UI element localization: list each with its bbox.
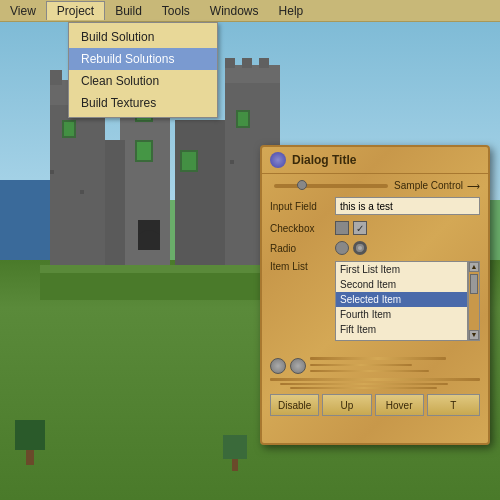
list-item-3[interactable]: Fourth Item [336,307,467,322]
item-list-label: Item List [270,261,335,272]
tree-left [10,420,50,470]
list-item-4[interactable]: Fift Item [336,322,467,337]
dropdown-item-build-textures[interactable]: Build Textures [69,92,217,114]
up-button[interactable]: Up [322,394,371,416]
dialog-icon [270,152,286,168]
radio-row: Radio [270,241,480,255]
dropdown-item-build-solution[interactable]: Build Solution [69,26,217,48]
menu-windows[interactable]: Windows [200,2,269,20]
list-scrollbar: ▲ ▼ [468,261,480,341]
dialog-title: Dialog Title [292,153,356,167]
svg-rect-24 [238,112,248,126]
radio-label: Radio [270,243,335,254]
list-item-1[interactable]: Second Item [336,277,467,292]
deco-line-2 [280,383,448,385]
input-field-label: Input Field [270,201,335,212]
deco-line-1 [270,378,480,381]
scrollbar-thumb[interactable] [470,274,478,294]
deco-lines-group [270,378,480,389]
menubar: View Project Build Tools Windows Help [0,0,500,22]
hover-button[interactable]: Hover [375,394,424,416]
svg-rect-0 [50,100,105,270]
svg-rect-28 [50,170,54,174]
slider-track[interactable] [274,184,388,188]
checkbox-label: Checkbox [270,223,335,234]
dropdown-item-rebuild-solutions[interactable]: Rebuild Solutions [69,48,217,70]
list-item-2[interactable]: Selected Item [336,292,467,307]
project-dropdown: Build Solution Rebuild Solutions Clean S… [68,22,218,118]
dialog-box: Dialog Title Sample Control ⟶ Input Fiel… [260,145,490,445]
svg-rect-16 [105,140,125,270]
small-icon-1 [270,358,286,374]
radio-unselected[interactable] [335,241,349,255]
dialog-bottom: Disable Up Hover T [262,353,488,420]
svg-rect-33 [40,265,290,273]
dialog-body: Sample Control ⟶ Input Field Checkbox Ra… [262,174,488,353]
menu-build[interactable]: Build [105,2,152,20]
tree-right [220,435,250,480]
checkbox-row: Checkbox [270,221,480,235]
small-icon-2 [290,358,306,374]
svg-rect-2 [50,70,62,85]
item-list-row: Item List First List Item Second Item Se… [270,261,480,341]
menu-view[interactable]: View [0,2,46,20]
list-container: First List Item Second Item Selected Ite… [335,261,480,341]
radio-group [335,241,367,255]
svg-rect-32 [40,270,290,300]
disable-button[interactable]: Disable [270,394,319,416]
sample-control-label: Sample Control [394,180,463,191]
menu-help[interactable]: Help [269,2,314,20]
radio-selected[interactable] [353,241,367,255]
checkbox-checked[interactable] [353,221,367,235]
svg-rect-29 [80,190,84,194]
checkbox-unchecked[interactable] [335,221,349,235]
list-item-0[interactable]: First List Item [336,262,467,277]
svg-rect-26 [182,152,196,170]
dialog-buttons: Disable Up Hover T [270,394,480,416]
scrollbar-down-btn[interactable]: ▼ [469,330,479,340]
scrollbar-up-btn[interactable]: ▲ [469,262,479,272]
svg-rect-20 [137,142,151,160]
input-field[interactable] [335,197,480,215]
sample-control-arrow: ⟶ [467,181,480,191]
deco-line-3 [290,387,437,389]
dialog-titlebar: Dialog Title [262,147,488,174]
svg-rect-14 [242,58,252,68]
slider-thumb[interactable] [297,180,307,190]
svg-rect-13 [225,58,235,68]
menu-project[interactable]: Project [46,1,105,20]
dropdown-item-clean-solution[interactable]: Clean Solution [69,70,217,92]
input-field-row: Input Field [270,197,480,215]
svg-rect-15 [259,58,269,68]
t-button[interactable]: T [427,394,480,416]
svg-rect-30 [230,160,234,164]
sample-control-row: Sample Control ⟶ [270,180,480,191]
list-box[interactable]: First List Item Second Item Selected Ite… [335,261,468,341]
menu-tools[interactable]: Tools [152,2,200,20]
icons-row [270,357,480,374]
checkbox-group [335,221,367,235]
svg-rect-22 [64,122,74,136]
